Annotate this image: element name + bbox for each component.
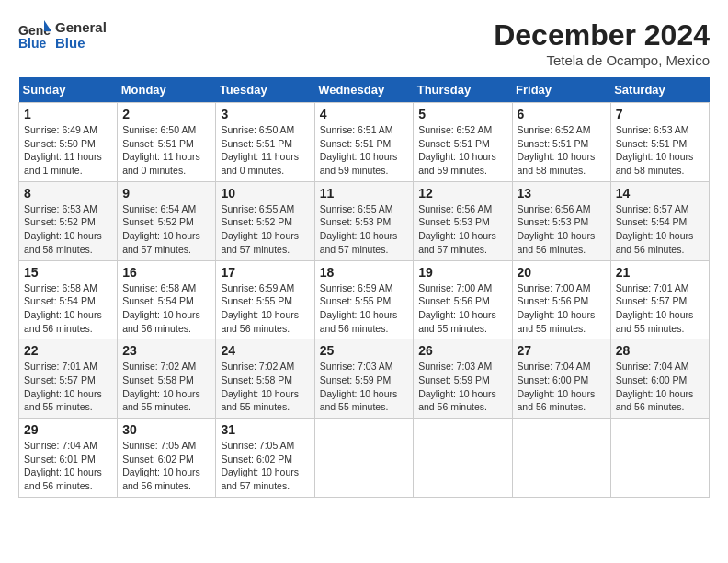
calendar-cell: [610, 419, 709, 498]
calendar-cell: 18Sunrise: 6:59 AMSunset: 5:55 PMDayligh…: [314, 260, 414, 339]
calendar-cell: 9Sunrise: 6:54 AMSunset: 5:52 PMDaylight…: [118, 181, 216, 260]
weekday-header-sunday: Sunday: [19, 77, 118, 103]
calendar-cell: 27Sunrise: 7:04 AMSunset: 6:00 PMDayligh…: [512, 339, 610, 419]
day-info: Sunrise: 6:59 AMSunset: 5:55 PMDaylight:…: [320, 282, 409, 336]
day-number: 22: [24, 343, 112, 358]
day-info: Sunrise: 7:03 AMSunset: 5:59 PMDaylight:…: [320, 360, 409, 414]
day-info: Sunrise: 6:55 AMSunset: 5:52 PMDaylight:…: [221, 202, 309, 257]
day-number: 3: [221, 107, 309, 121]
day-number: 20: [518, 265, 606, 280]
day-info: Sunrise: 7:00 AMSunset: 5:56 PMDaylight:…: [418, 282, 506, 336]
calendar-cell: 10Sunrise: 6:55 AMSunset: 5:52 PMDayligh…: [216, 181, 314, 260]
day-number: 6: [518, 107, 606, 121]
calendar-cell: [414, 419, 512, 498]
calendar-cell: 20Sunrise: 7:00 AMSunset: 5:56 PMDayligh…: [512, 260, 610, 339]
calendar-cell: 31Sunrise: 7:05 AMSunset: 6:02 PMDayligh…: [216, 419, 314, 498]
calendar-cell: 21Sunrise: 7:01 AMSunset: 5:57 PMDayligh…: [610, 260, 709, 339]
day-info: Sunrise: 6:50 AMSunset: 5:51 PMDaylight:…: [122, 123, 210, 178]
month-title: December 2024: [494, 18, 710, 52]
day-info: Sunrise: 6:52 AMSunset: 5:51 PMDaylight:…: [418, 123, 506, 178]
calendar-cell: 11Sunrise: 6:55 AMSunset: 5:53 PMDayligh…: [314, 181, 414, 260]
location-title: Tetela de Ocampo, Mexico: [494, 52, 710, 68]
logo-text-blue: Blue: [55, 35, 107, 51]
day-info: Sunrise: 7:05 AMSunset: 6:02 PMDaylight:…: [122, 439, 210, 493]
day-number: 5: [418, 107, 506, 121]
day-number: 23: [122, 343, 210, 358]
day-info: Sunrise: 7:01 AMSunset: 5:57 PMDaylight:…: [24, 360, 112, 414]
weekday-header-friday: Friday: [512, 77, 610, 103]
week-row-1: 1Sunrise: 6:49 AMSunset: 5:50 PMDaylight…: [19, 103, 710, 182]
day-info: Sunrise: 6:52 AMSunset: 5:51 PMDaylight:…: [518, 123, 606, 178]
day-number: 19: [418, 265, 506, 280]
day-number: 14: [616, 186, 704, 201]
calendar-cell: 16Sunrise: 6:58 AMSunset: 5:54 PMDayligh…: [118, 260, 216, 339]
svg-text:Blue: Blue: [18, 36, 47, 51]
calendar-cell: 8Sunrise: 6:53 AMSunset: 5:52 PMDaylight…: [19, 181, 118, 260]
calendar-cell: 3Sunrise: 6:50 AMSunset: 5:51 PMDaylight…: [216, 103, 314, 182]
weekday-header-row: SundayMondayTuesdayWednesdayThursdayFrid…: [19, 77, 710, 103]
day-info: Sunrise: 7:00 AMSunset: 5:56 PMDaylight:…: [518, 282, 606, 336]
page-header: General Blue General Blue December 2024 …: [18, 18, 710, 68]
calendar-cell: [314, 419, 414, 498]
day-number: 10: [221, 186, 309, 201]
calendar-cell: 5Sunrise: 6:52 AMSunset: 5:51 PMDaylight…: [414, 103, 512, 182]
day-info: Sunrise: 7:01 AMSunset: 5:57 PMDaylight:…: [616, 282, 704, 336]
day-info: Sunrise: 6:54 AMSunset: 5:52 PMDaylight:…: [122, 202, 210, 257]
calendar-cell: 4Sunrise: 6:51 AMSunset: 5:51 PMDaylight…: [314, 103, 414, 182]
logo-text-general: General: [55, 19, 107, 35]
day-number: 2: [122, 107, 210, 121]
day-number: 8: [24, 186, 112, 201]
calendar-cell: 13Sunrise: 6:56 AMSunset: 5:53 PMDayligh…: [512, 181, 610, 260]
day-number: 18: [320, 265, 409, 280]
calendar-cell: 26Sunrise: 7:03 AMSunset: 5:59 PMDayligh…: [414, 339, 512, 419]
calendar-cell: 14Sunrise: 6:57 AMSunset: 5:54 PMDayligh…: [610, 181, 709, 260]
week-row-4: 22Sunrise: 7:01 AMSunset: 5:57 PMDayligh…: [19, 339, 710, 419]
day-number: 17: [221, 265, 309, 280]
weekday-header-monday: Monday: [118, 77, 216, 103]
day-number: 13: [518, 186, 606, 201]
day-number: 21: [616, 265, 704, 280]
weekday-header-wednesday: Wednesday: [314, 77, 414, 103]
calendar-cell: 24Sunrise: 7:02 AMSunset: 5:58 PMDayligh…: [216, 339, 314, 419]
calendar-cell: 15Sunrise: 6:58 AMSunset: 5:54 PMDayligh…: [19, 260, 118, 339]
day-info: Sunrise: 6:53 AMSunset: 5:51 PMDaylight:…: [616, 123, 704, 178]
calendar-cell: 2Sunrise: 6:50 AMSunset: 5:51 PMDaylight…: [118, 103, 216, 182]
day-info: Sunrise: 6:58 AMSunset: 5:54 PMDaylight:…: [122, 282, 210, 336]
day-info: Sunrise: 6:59 AMSunset: 5:55 PMDaylight:…: [221, 282, 309, 336]
day-info: Sunrise: 7:02 AMSunset: 5:58 PMDaylight:…: [221, 360, 309, 414]
day-info: Sunrise: 6:57 AMSunset: 5:54 PMDaylight:…: [616, 202, 704, 257]
weekday-header-tuesday: Tuesday: [216, 77, 314, 103]
day-number: 29: [24, 422, 112, 437]
calendar-cell: 22Sunrise: 7:01 AMSunset: 5:57 PMDayligh…: [19, 339, 118, 419]
day-number: 7: [616, 107, 704, 121]
day-number: 25: [320, 343, 409, 358]
calendar-cell: 30Sunrise: 7:05 AMSunset: 6:02 PMDayligh…: [118, 419, 216, 498]
day-number: 11: [320, 186, 409, 201]
day-number: 12: [418, 186, 506, 201]
day-info: Sunrise: 6:53 AMSunset: 5:52 PMDaylight:…: [24, 202, 112, 257]
day-info: Sunrise: 7:04 AMSunset: 6:01 PMDaylight:…: [24, 439, 112, 493]
day-number: 26: [418, 343, 506, 358]
day-number: 30: [122, 422, 210, 437]
calendar-cell: 25Sunrise: 7:03 AMSunset: 5:59 PMDayligh…: [314, 339, 414, 419]
day-number: 9: [122, 186, 210, 201]
day-number: 16: [122, 265, 210, 280]
day-info: Sunrise: 6:49 AMSunset: 5:50 PMDaylight:…: [24, 123, 112, 178]
calendar-cell: [512, 419, 610, 498]
week-row-2: 8Sunrise: 6:53 AMSunset: 5:52 PMDaylight…: [19, 181, 710, 260]
calendar-cell: 28Sunrise: 7:04 AMSunset: 6:00 PMDayligh…: [610, 339, 709, 419]
calendar-table: SundayMondayTuesdayWednesdayThursdayFrid…: [18, 77, 710, 498]
day-info: Sunrise: 6:55 AMSunset: 5:53 PMDaylight:…: [320, 202, 409, 257]
day-info: Sunrise: 7:03 AMSunset: 5:59 PMDaylight:…: [418, 360, 506, 414]
day-number: 27: [518, 343, 606, 358]
day-info: Sunrise: 7:04 AMSunset: 6:00 PMDaylight:…: [518, 360, 606, 414]
day-number: 1: [24, 107, 112, 121]
day-info: Sunrise: 6:51 AMSunset: 5:51 PMDaylight:…: [320, 123, 409, 178]
calendar-cell: 1Sunrise: 6:49 AMSunset: 5:50 PMDaylight…: [19, 103, 118, 182]
weekday-header-thursday: Thursday: [414, 77, 512, 103]
week-row-5: 29Sunrise: 7:04 AMSunset: 6:01 PMDayligh…: [19, 419, 710, 498]
calendar-cell: 19Sunrise: 7:00 AMSunset: 5:56 PMDayligh…: [414, 260, 512, 339]
day-info: Sunrise: 6:56 AMSunset: 5:53 PMDaylight:…: [518, 202, 606, 257]
day-number: 15: [24, 265, 112, 280]
title-block: December 2024 Tetela de Ocampo, Mexico: [494, 18, 710, 68]
